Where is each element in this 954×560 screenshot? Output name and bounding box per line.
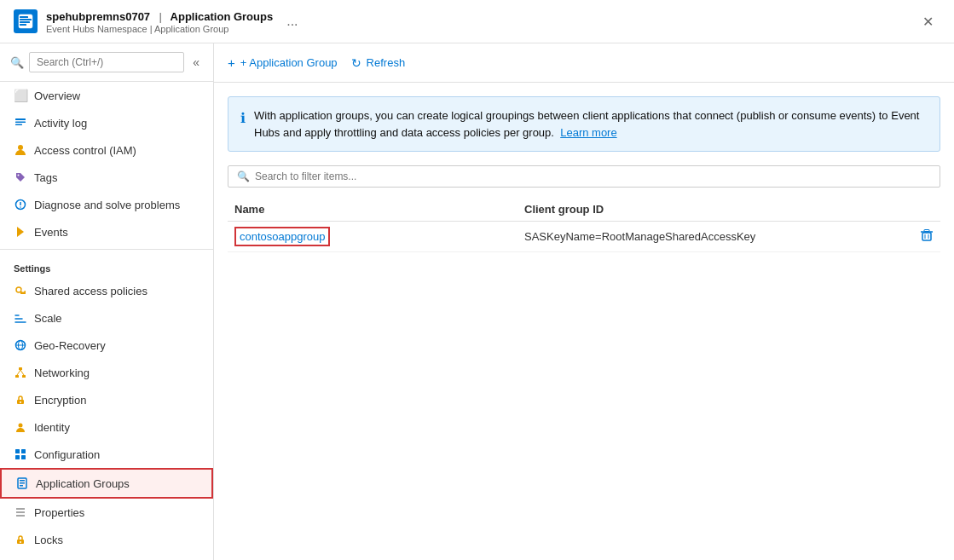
search-input[interactable] [29,52,184,72]
filter-search-bar: 🔍 [228,165,940,188]
main-layout: 🔍 « ⬜ Overview Activity log Access contr… [0,43,954,560]
nav-divider [0,249,213,250]
svg-line-24 [20,370,24,375]
geo-recovery-icon [14,338,27,352]
sidebar-item-label: Diagnose and solve problems [34,199,180,211]
settings-section-label: Settings [0,253,213,277]
svg-rect-30 [15,455,20,459]
sidebar-item-properties[interactable]: Properties [0,499,213,526]
app-group-name-cell: contosoappgroup [234,230,524,243]
application-groups-icon [15,476,29,490]
sidebar-item-diagnose[interactable]: Diagnose and solve problems [0,191,213,218]
svg-rect-5 [15,118,26,120]
sidebar: 🔍 « ⬜ Overview Activity log Access contr… [0,43,214,560]
sidebar-item-label: Properties [34,506,84,519]
learn-more-link[interactable]: Learn more [560,126,616,139]
collapse-sidebar-button[interactable]: « [189,54,203,71]
identity-icon [14,420,27,434]
table-header: Name Client group ID [228,198,940,222]
svg-rect-22 [22,375,26,378]
sidebar-item-label: Overview [34,89,80,102]
filter-search-icon: 🔍 [237,170,250,182]
svg-rect-43 [924,230,929,232]
sidebar-item-label: Networking [34,367,90,379]
svg-rect-28 [15,449,20,453]
sidebar-item-label: Scale [34,312,62,325]
sidebar-nav: ⬜ Overview Activity log Access control (… [0,82,213,560]
app-group-link[interactable]: contosoappgroup [234,227,330,246]
sidebar-item-scale[interactable]: Scale [0,304,213,332]
svg-rect-16 [22,290,25,292]
svg-rect-3 [20,21,30,23]
sidebar-item-label: Tags [34,171,57,184]
sidebar-item-application-groups[interactable]: Application Groups [0,468,213,499]
svg-point-26 [20,401,21,403]
sidebar-item-label: Application Groups [36,477,130,490]
sidebar-item-activity-log[interactable]: Activity log [0,109,213,136]
iam-icon [14,143,27,157]
properties-icon [14,505,27,519]
page-title: spehubpremns0707 | Application Groups [46,9,273,24]
content-body: ℹ With application groups, you can creat… [214,83,954,560]
events-icon [14,225,27,239]
sidebar-search-container: 🔍 « [0,43,213,82]
svg-rect-29 [21,449,26,453]
sidebar-item-geo-recovery[interactable]: Geo-Recovery [0,332,213,359]
add-icon: + [228,55,235,70]
sidebar-item-label: Access control (IAM) [34,144,136,157]
resource-icon [14,9,38,33]
content-area: + + Application Group ↻ Refresh ℹ With a… [214,43,954,560]
shared-access-icon [14,284,27,297]
sidebar-item-locks[interactable]: Locks [0,526,213,553]
sidebar-item-networking[interactable]: Networking [0,359,213,386]
sidebar-item-overview[interactable]: ⬜ Overview [0,82,213,109]
sidebar-item-configuration[interactable]: Configuration [0,441,213,468]
svg-point-12 [20,206,21,208]
sidebar-item-label: Configuration [34,448,100,461]
svg-rect-21 [15,375,19,378]
svg-rect-31 [21,455,26,459]
sidebar-item-label: Locks [34,534,63,546]
title-bar: spehubpremns0707 | Application Groups Ev… [0,0,954,43]
svg-rect-33 [20,480,25,482]
diagnose-icon [14,198,27,211]
info-icon: ℹ [240,108,246,141]
title-bar-left: spehubpremns0707 | Application Groups Ev… [14,9,304,34]
refresh-icon: ↻ [351,56,361,70]
svg-rect-4 [20,24,26,26]
column-header-client-id: Client group ID [524,203,934,216]
svg-point-9 [18,175,20,176]
add-application-group-button[interactable]: + + Application Group [228,52,338,73]
sidebar-item-iam[interactable]: Access control (IAM) [0,136,213,164]
overview-icon: ⬜ [14,89,27,102]
scale-icon [14,311,27,325]
info-banner: ℹ With application groups, you can creat… [228,96,940,152]
svg-rect-7 [15,124,22,126]
sidebar-item-encryption[interactable]: Encryption [0,386,213,413]
svg-line-23 [17,370,20,375]
sidebar-item-label: Shared access policies [34,285,147,297]
svg-rect-2 [20,19,32,20]
sidebar-item-identity[interactable]: Identity [0,413,213,441]
svg-rect-34 [20,482,25,484]
networking-icon [14,366,27,379]
close-button[interactable]: ✕ [916,10,940,33]
filter-search-input[interactable] [255,170,931,182]
svg-rect-1 [20,16,28,18]
svg-point-40 [20,541,21,543]
sidebar-item-label: Events [34,226,68,239]
delete-icon[interactable] [920,228,934,245]
encryption-icon [14,393,27,407]
sidebar-item-shared-access[interactable]: Shared access policies [0,277,213,304]
client-group-id-cell: SASKeyName=RootManageSharedAccessKey [524,230,920,243]
sidebar-item-tags[interactable]: Tags [0,164,213,191]
refresh-button[interactable]: ↻ Refresh [351,53,406,73]
svg-point-8 [18,145,23,150]
more-options-icon[interactable]: ... [281,12,303,31]
sidebar-item-label: Geo-Recovery [34,339,106,352]
page-subtitle: Event Hubs Namespace | Application Group [46,24,273,34]
locks-icon [14,533,27,546]
info-banner-text: With application groups, you can create … [254,107,928,141]
sidebar-item-events[interactable]: Events [0,218,213,245]
svg-rect-6 [15,122,26,124]
